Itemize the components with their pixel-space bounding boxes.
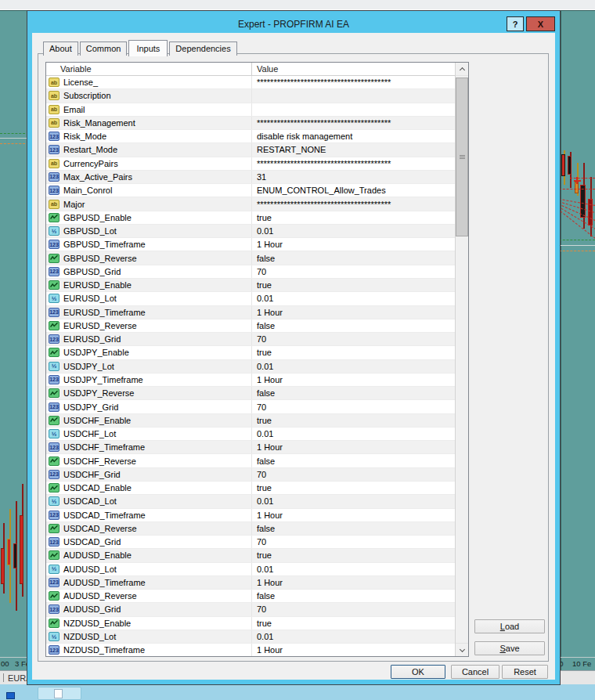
value-cell[interactable]: **************************************** (252, 117, 455, 129)
value-cell[interactable] (252, 103, 455, 116)
reset-button[interactable]: Reset (502, 665, 548, 679)
table-row[interactable]: 123GBPUSD_Timeframe1 Hour (46, 238, 455, 251)
value-cell[interactable]: ENUM_CONTROL_Allow_Trades (252, 184, 455, 197)
value-cell[interactable]: disable risk management (252, 130, 455, 143)
value-cell[interactable]: 31 (252, 171, 455, 183)
table-row[interactable]: ½EURUSD_Lot0.01 (46, 292, 455, 305)
table-row[interactable]: ½AUDUSD_Lot0.01 (46, 563, 455, 576)
value-cell[interactable] (252, 89, 455, 102)
dialog-titlebar[interactable]: Expert - PROPFIRM AI EA ? X (32, 16, 555, 33)
value-cell[interactable]: 70 (252, 333, 455, 345)
column-header-value[interactable]: Value (252, 63, 455, 75)
table-row[interactable]: 123USDJPY_Timeframe1 Hour (46, 373, 455, 387)
table-row[interactable]: ½GBPUSD_Lot0.01 (46, 225, 455, 238)
table-row[interactable]: ½USDJPY_Lot0.01 (46, 360, 455, 373)
table-row[interactable]: 123USDJPY_Grid70 (46, 400, 455, 413)
table-row[interactable]: abSubscription (46, 89, 455, 103)
value-cell[interactable]: true (252, 279, 455, 291)
column-header-variable[interactable]: Variable (46, 63, 252, 75)
value-cell[interactable]: 70 (252, 400, 455, 413)
table-row[interactable]: AUDUSD_Enabletrue (46, 549, 455, 562)
taskbar-app-icon[interactable] (6, 692, 15, 699)
value-cell[interactable]: false (252, 387, 455, 399)
taskbar-document-button[interactable] (38, 687, 81, 700)
table-row[interactable]: 123Restart_ModeRESTART_NONE (46, 143, 455, 157)
value-cell[interactable]: false (252, 251, 455, 264)
value-cell[interactable]: true (252, 617, 455, 630)
table-row[interactable]: 123EURUSD_Timeframe1 Hour (46, 306, 455, 319)
table-row[interactable]: 123USDCHF_Grid70 (46, 468, 455, 482)
help-button[interactable]: ? (507, 16, 524, 31)
table-row[interactable]: abCurrencyPairs*************************… (46, 157, 455, 171)
table-row[interactable]: 123USDCHF_Timeframe1 Hour (46, 441, 455, 454)
value-cell[interactable]: 0.01 (252, 428, 455, 440)
tab-common[interactable]: Common (80, 41, 128, 56)
table-row[interactable]: ½USDCHF_Lot0.01 (46, 428, 455, 441)
table-row[interactable]: 123EURUSD_Grid70 (46, 333, 455, 346)
table-row[interactable]: abLicense_******************************… (46, 76, 455, 89)
value-cell[interactable]: **************************************** (252, 197, 455, 210)
value-cell[interactable]: false (252, 454, 455, 467)
table-row[interactable]: 123Main_ConrolENUM_CONTROL_Allow_Trades (46, 184, 455, 197)
table-row[interactable]: EURUSD_Enabletrue (46, 279, 455, 292)
value-cell[interactable]: 70 (252, 536, 455, 548)
value-cell[interactable]: false (252, 522, 455, 535)
value-cell[interactable]: true (252, 414, 455, 427)
scroll-down-button[interactable] (456, 643, 468, 656)
table-row[interactable]: GBPUSD_Enabletrue (46, 211, 455, 225)
table-row[interactable]: 123Max_Active_Pairs31 (46, 171, 455, 184)
value-cell[interactable]: true (252, 482, 455, 494)
ok-button[interactable]: OK (391, 665, 445, 679)
value-cell[interactable]: 0.01 (252, 292, 455, 305)
table-row[interactable]: EURUSD_Reversefalse (46, 319, 455, 333)
value-cell[interactable]: 0.01 (252, 360, 455, 373)
value-cell[interactable]: 70 (252, 265, 455, 278)
value-cell[interactable]: 0.01 (252, 630, 455, 643)
table-row[interactable]: USDJPY_Enabletrue (46, 346, 455, 359)
scrollbar-thumb[interactable] (456, 78, 468, 236)
table-row[interactable]: 123AUDUSD_Grid70 (46, 603, 455, 616)
table-row[interactable]: USDCHF_Reversefalse (46, 454, 455, 467)
table-row[interactable]: 123USDCAD_Timeframe1 Hour (46, 509, 455, 522)
table-row[interactable]: abEmail (46, 103, 455, 117)
table-row[interactable]: 123Risk_Modedisable risk management (46, 130, 455, 143)
value-cell[interactable]: 0.01 (252, 495, 455, 507)
value-cell[interactable]: 0.01 (252, 225, 455, 237)
close-button[interactable]: X (526, 16, 555, 31)
value-cell[interactable]: **************************************** (252, 157, 455, 170)
value-cell[interactable]: 1 Hour (252, 644, 455, 656)
scroll-up-button[interactable] (456, 63, 468, 76)
tab-dependencies[interactable]: Dependencies (169, 41, 236, 56)
load-button[interactable]: Load (474, 619, 545, 633)
value-cell[interactable]: 1 Hour (252, 238, 455, 251)
table-row[interactable]: 123USDCAD_Grid70 (46, 536, 455, 549)
save-button[interactable]: Save (474, 641, 545, 655)
value-cell[interactable]: RESTART_NONE (252, 143, 455, 156)
value-cell[interactable]: true (252, 549, 455, 561)
value-cell[interactable]: true (252, 346, 455, 359)
tab-about[interactable]: About (43, 41, 78, 56)
value-cell[interactable]: false (252, 319, 455, 332)
value-cell[interactable]: 1 Hour (252, 576, 455, 589)
value-cell[interactable]: 70 (252, 603, 455, 615)
table-row[interactable]: abRisk_Management***********************… (46, 117, 455, 130)
table-row[interactable]: NZDUSD_Enabletrue (46, 617, 455, 630)
table-row[interactable]: AUDUSD_Reversefalse (46, 590, 455, 603)
value-cell[interactable]: false (252, 590, 455, 602)
value-cell[interactable]: 1 Hour (252, 441, 455, 453)
table-row[interactable]: ½USDCAD_Lot0.01 (46, 495, 455, 508)
tab-inputs[interactable]: Inputs (128, 40, 168, 56)
table-row[interactable]: 123AUDUSD_Timeframe1 Hour (46, 576, 455, 590)
cancel-button[interactable]: Cancel (451, 665, 499, 679)
table-row[interactable]: GBPUSD_Reversefalse (46, 251, 455, 265)
value-cell[interactable]: 1 Hour (252, 509, 455, 521)
value-cell[interactable]: 1 Hour (252, 306, 455, 319)
value-cell[interactable]: 70 (252, 468, 455, 481)
table-row[interactable]: abMajor*********************************… (46, 197, 455, 211)
table-row[interactable]: USDCAD_Enabletrue (46, 482, 455, 495)
value-cell[interactable]: **************************************** (252, 76, 455, 88)
table-row[interactable]: 123NZDUSD_Timeframe1 Hour (46, 644, 455, 657)
table-row[interactable]: USDCHF_Enabletrue (46, 414, 455, 428)
value-cell[interactable]: 0.01 (252, 563, 455, 576)
value-cell[interactable]: true (252, 211, 455, 224)
